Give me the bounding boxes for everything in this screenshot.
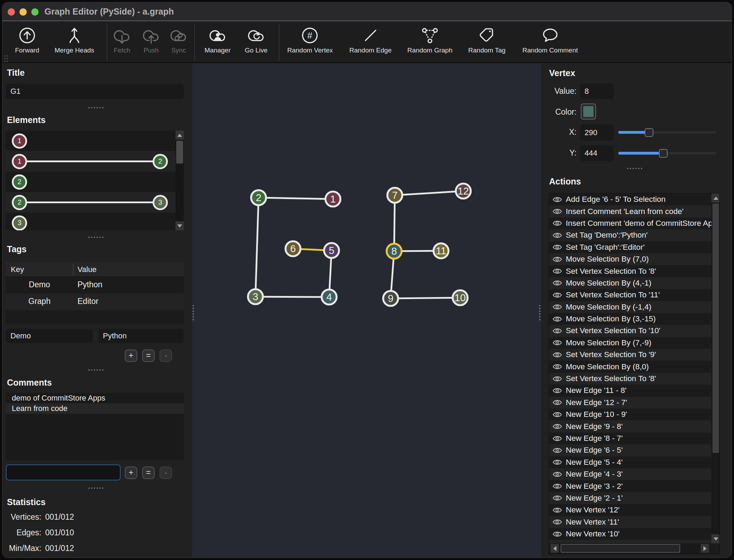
actions-vertical-scrollbar[interactable] <box>711 193 720 543</box>
toolbar-button-random-vertex[interactable]: #Random Vertex <box>287 22 333 62</box>
toolbar-button-go-live[interactable]: Go Live <box>245 22 267 62</box>
comment-remove-button[interactable]: - <box>160 467 172 479</box>
action-item[interactable]: Insert Comment 'Learn from code' <box>549 205 711 217</box>
action-item[interactable]: Move Selection By (7,0) <box>549 253 711 265</box>
action-item[interactable]: Move Selection By (4,-1) <box>549 277 711 289</box>
action-item[interactable]: Set Tag 'Graph':'Editor' <box>549 241 711 253</box>
action-item[interactable]: Set Tag 'Demo':'Python' <box>549 229 711 241</box>
action-item[interactable]: Set Vertex Selection To '8' <box>549 373 711 385</box>
comments-list[interactable]: demo of CommitStore AppsLearn from code <box>6 393 184 460</box>
action-item[interactable]: Set Vertex Selection To '10' <box>549 325 711 337</box>
vertex-x-input[interactable] <box>580 124 614 141</box>
actions-list[interactable]: Add Edge '6 - 5' To SelectionInsert Comm… <box>549 193 720 554</box>
splitter-handle[interactable] <box>88 369 104 371</box>
tag-remove-button[interactable]: - <box>160 349 172 362</box>
tags-table-header[interactable]: Key Value <box>6 262 184 277</box>
scroll-left-button[interactable] <box>550 544 559 553</box>
scrollbar-thumb[interactable] <box>561 544 680 553</box>
action-item[interactable]: New Vertex '11' <box>549 516 711 528</box>
tag-add-button[interactable]: + <box>125 349 137 362</box>
action-item[interactable]: New Edge '2 - 1' <box>549 492 711 504</box>
splitter-handle[interactable] <box>88 237 104 238</box>
action-item[interactable]: New Edge '6 - 5' <box>549 444 711 456</box>
graph-canvas[interactable]: 123456789101112 <box>192 64 541 558</box>
tag-row[interactable]: DemoPython <box>6 277 184 294</box>
graph-drawing[interactable]: 123456789101112 <box>192 64 541 558</box>
graph-edge-7-12[interactable] <box>395 191 463 195</box>
toolbar-button-random-edge[interactable]: Random Edge <box>349 22 391 62</box>
vertex-value-input[interactable] <box>580 83 614 99</box>
action-item[interactable]: Set Vertex Selection To '8' <box>549 265 711 277</box>
tags-table[interactable]: Key Value DemoPythonGraphEditor <box>6 262 184 324</box>
tag-key-input[interactable] <box>6 329 92 343</box>
right-panel-splitter[interactable] <box>539 305 540 320</box>
x-slider-handle[interactable] <box>645 128 653 137</box>
splitter-handle[interactable] <box>627 168 642 169</box>
left-panel-splitter[interactable] <box>193 305 194 320</box>
vertex-color-swatch[interactable] <box>581 104 596 120</box>
action-item[interactable]: Move Selection By (-1,4) <box>549 301 711 313</box>
toolbar-button-random-graph[interactable]: Random Graph <box>407 22 452 62</box>
action-item[interactable]: Move Selection By (3,-15) <box>549 313 711 325</box>
tag-value-input[interactable] <box>98 329 184 343</box>
actions-horizontal-scrollbar[interactable] <box>550 543 710 553</box>
action-item[interactable]: New Edge '12 - 7' <box>549 397 711 409</box>
toolbar-button-forward[interactable]: Forward <box>15 22 39 62</box>
minimize-window-button[interactable] <box>19 8 27 16</box>
splitter-handle[interactable] <box>88 487 104 489</box>
comment-input[interactable] <box>6 464 121 480</box>
tags-value-column-header[interactable]: Value <box>78 265 97 274</box>
action-item[interactable]: New Edge '10 - 9' <box>549 409 711 420</box>
action-item[interactable]: New Edge '5 - 4' <box>549 456 711 468</box>
action-item[interactable]: New Edge '9 - 8' <box>549 420 711 432</box>
elements-scrollbar[interactable] <box>176 131 184 230</box>
scroll-right-button[interactable] <box>701 544 709 553</box>
scroll-down-button[interactable] <box>176 221 184 230</box>
toolbar-button-random-tag[interactable]: Random Tag <box>468 22 505 62</box>
comment-item[interactable]: demo of CommitStore Apps <box>6 393 184 403</box>
graph-title-input[interactable] <box>6 84 184 99</box>
element-row-vertex-2[interactable]: 2 <box>6 172 184 192</box>
elements-list[interactable]: 1122233 <box>6 131 184 230</box>
graph-edge-2-3[interactable] <box>255 198 259 297</box>
action-item[interactable]: New Vertex '9' <box>549 540 711 543</box>
scroll-up-button[interactable] <box>176 131 184 140</box>
splitter-handle[interactable] <box>88 107 104 108</box>
comment-add-button[interactable]: + <box>125 467 137 479</box>
action-item[interactable]: New Edge '11 - 8' <box>549 385 711 396</box>
action-item[interactable]: Insert Comment 'demo of CommitStore Apps… <box>549 217 711 229</box>
column-divider[interactable] <box>73 264 74 275</box>
comment-item[interactable]: Learn from code <box>6 403 184 414</box>
graph-edge-2-1[interactable] <box>259 198 333 199</box>
graph-edge-3-4[interactable] <box>255 297 329 297</box>
graph-edge-9-10[interactable] <box>391 298 460 298</box>
action-item[interactable]: Set Vertex Selection To '11' <box>549 289 711 301</box>
action-item[interactable]: New Edge '8 - 7' <box>549 433 711 444</box>
action-item[interactable]: New Edge '4 - 3' <box>549 468 711 480</box>
element-row-vertex-1[interactable]: 1 <box>6 131 184 151</box>
toolbar-button-manager[interactable]: Manager <box>205 22 231 62</box>
toolbar-button-merge-heads[interactable]: Merge Heads <box>55 22 94 62</box>
action-item[interactable]: Move Selection By (7,-9) <box>549 337 711 349</box>
comment-set-button[interactable]: = <box>142 467 155 479</box>
title-bar[interactable]: Graph Editor (PySide) - a.graph <box>2 2 732 21</box>
element-row-edge-2-3[interactable]: 23 <box>6 192 184 213</box>
element-row-vertex-3[interactable]: 3 <box>6 213 184 230</box>
toolbar-button-random-comment[interactable]: Random Comment <box>522 22 578 62</box>
scrollbar-thumb[interactable] <box>712 203 719 453</box>
vertex-y-input[interactable] <box>580 145 614 161</box>
action-item[interactable]: Move Selection By (8,0) <box>549 361 711 372</box>
scrollbar-thumb[interactable] <box>176 141 183 164</box>
action-item[interactable]: New Edge '3 - 2' <box>549 480 711 492</box>
action-item[interactable]: Add Edge '6 - 5' To Selection <box>549 193 711 205</box>
tags-key-column-header[interactable]: Key <box>11 265 24 274</box>
close-window-button[interactable] <box>8 8 15 16</box>
element-row-edge-1-2[interactable]: 12 <box>6 151 184 172</box>
action-item[interactable]: New Vertex '10' <box>549 528 711 540</box>
y-slider-handle[interactable] <box>659 149 668 158</box>
action-item[interactable]: Set Vertex Selection To '9' <box>549 349 711 361</box>
tag-set-button[interactable]: = <box>142 349 155 362</box>
tag-row[interactable]: GraphEditor <box>6 294 184 310</box>
zoom-window-button[interactable] <box>31 8 39 16</box>
scroll-up-button[interactable] <box>711 193 720 203</box>
